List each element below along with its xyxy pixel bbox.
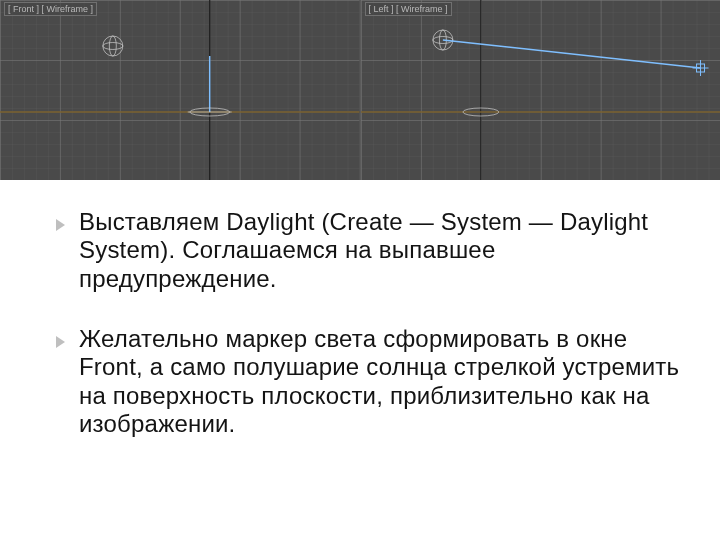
bullet-2: Желательно маркер света сформировать в о… — [55, 325, 685, 438]
grid-left — [361, 0, 721, 180]
bullet-2-text: Желательно маркер света сформировать в о… — [79, 325, 685, 438]
svg-rect-14 — [361, 0, 721, 180]
bullet-1-text: Выставляем Daylight (Create — System — D… — [79, 208, 685, 293]
content-area: Выставляем Daylight (Create — System — D… — [0, 180, 720, 438]
slide: [ Front ] [ Wireframe ] — [0, 0, 720, 540]
viewport-label-left: [ Left ] [ Wireframe ] — [365, 2, 452, 16]
bullet-icon — [55, 218, 67, 232]
grid-front — [0, 0, 360, 180]
viewport-front: [ Front ] [ Wireframe ] — [0, 0, 360, 180]
viewport-left: [ Left ] [ Wireframe ] — [360, 0, 721, 180]
bullet-1: Выставляем Daylight (Create — System — D… — [55, 208, 685, 293]
viewports-strip: [ Front ] [ Wireframe ] — [0, 0, 720, 180]
svg-rect-2 — [0, 0, 360, 180]
viewport-label-front: [ Front ] [ Wireframe ] — [4, 2, 97, 16]
bullet-icon — [55, 335, 67, 349]
